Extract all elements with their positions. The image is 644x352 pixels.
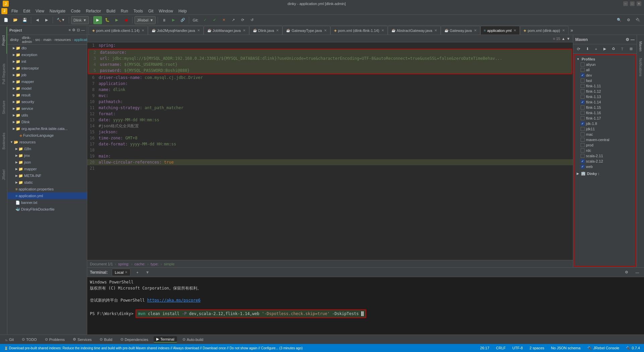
tree-item-mapper-res[interactable]: ▶ 📁 mapper (7, 166, 87, 172)
checkbox-maven-central[interactable] (581, 138, 585, 142)
tree-item-meta-inf[interactable]: ▶ 📁 META-INF (7, 172, 87, 179)
tree-item-app-yml[interactable]: ≡ application.yml (7, 192, 87, 199)
maven-item-flink117[interactable]: flink-1.17 (575, 116, 635, 121)
checkbox-jdk11[interactable] (581, 127, 585, 131)
minimize-button[interactable]: ─ (623, 1, 628, 6)
checkbox-scala212[interactable]: ✓ (581, 159, 585, 163)
debug-btn[interactable]: 🐛 (103, 16, 111, 24)
tree-item-service[interactable]: ▶ 📁 service (7, 105, 87, 112)
checkbox-flink115[interactable] (581, 105, 585, 109)
build-dropdown-btn[interactable]: 🔨▼ (55, 16, 67, 24)
checkbox-fast[interactable] (581, 79, 585, 83)
right-tab-maven[interactable]: Maven (637, 36, 644, 56)
tree-item-job[interactable]: ▶ 📁 job (7, 72, 87, 78)
collapse-all-btn[interactable]: ▲ (561, 37, 565, 41)
left-tab-project[interactable]: Project (0, 27, 7, 54)
tree-item-interceptor[interactable]: ▶ 📁 interceptor (7, 65, 87, 72)
menu-navigate[interactable]: Navigate (47, 8, 68, 14)
checkbox-prod[interactable] (581, 143, 585, 147)
status-line-col[interactable]: 26:17 (479, 346, 491, 350)
tab-gateway[interactable]: ☕ Gateway.java ✕ (441, 26, 480, 35)
close-job2mysql[interactable]: ✕ (197, 29, 200, 32)
jrebel-run-btn[interactable]: ▶ (169, 16, 177, 24)
close-gateway[interactable]: ✕ (474, 29, 477, 32)
terminal-close-icon[interactable]: ✕ (125, 270, 127, 274)
maven-item-jdk18[interactable]: ✓ jdk-1.8 (575, 121, 635, 126)
menu-tools[interactable]: Tools (131, 8, 146, 14)
close-gatewaytype[interactable]: ✕ (324, 29, 327, 32)
status-indexing[interactable]: ⏳ Download pre-built shared indexes: Red… (3, 346, 304, 350)
maven-header-icons[interactable]: ⚙ — (626, 37, 635, 42)
tree-item-init[interactable]: ▶ 📁 init (7, 58, 87, 65)
close-pom-client[interactable]: ✕ (142, 29, 144, 32)
git-sync-btn[interactable]: ⟳ (239, 16, 247, 24)
tree-item-dlink[interactable]: ▶ 📁 Dlink (7, 119, 87, 125)
git-check-btn[interactable]: ✓ (201, 16, 209, 24)
tree-item-i18n[interactable]: ▶ 📁 i18n (7, 145, 87, 152)
menu-code[interactable]: Code (68, 8, 83, 14)
git-tick-btn[interactable]: ✔ (211, 16, 219, 24)
checkbox-aliyun[interactable] (581, 62, 585, 67)
bc-cache[interactable]: cache: (135, 262, 145, 266)
bc-main[interactable]: main (43, 38, 51, 42)
maven-item-prod[interactable]: prod (575, 142, 635, 148)
tab-pom-flink[interactable]: ◈ pom.xml (dlink-flink-1.14) ✕ (330, 26, 388, 35)
bottom-tab-git[interactable]: ⎁ Git (3, 337, 16, 342)
back-btn[interactable]: ◀ (33, 16, 41, 24)
menu-run[interactable]: Run (118, 8, 131, 14)
close-pom-flink[interactable]: ✕ (381, 29, 384, 32)
maven-item-flink113[interactable]: flink-1.13 (575, 94, 635, 99)
bottom-tab-services[interactable]: ⚙ Services (70, 337, 94, 342)
expand-all-btn[interactable]: ▼ (567, 37, 570, 41)
stop-btn[interactable]: ⏹ (122, 16, 130, 24)
tree-item-dockerfile[interactable]: 🐳 DinkyFlinkDockerfile (7, 206, 87, 213)
open-btn[interactable]: 📂 (11, 16, 19, 24)
close-pom-app[interactable]: ✕ (562, 29, 565, 32)
tree-item-flink-table[interactable]: ▶ 📁 org.apache.flink.table.cata... (7, 125, 87, 132)
status-indent[interactable]: 2 spaces (528, 346, 546, 350)
jrebel-remote-btn[interactable]: 🔗 (179, 16, 187, 24)
maven-dinky-section[interactable]: ▶ 🏢 Dinky : (575, 171, 635, 176)
checkbox-flink111[interactable] (581, 84, 585, 88)
bottom-tab-dependencies[interactable]: ⊙ Dependencies (118, 337, 151, 342)
tab-gatewaytype[interactable]: ☕ GatewayType.java ✕ (282, 26, 330, 35)
maven-add-btn[interactable]: + (592, 45, 600, 53)
tab-dlink[interactable]: ☕ Dlink.java ✕ (249, 26, 283, 35)
maven-item-flink114[interactable]: ✓ flink-1.14 (575, 99, 635, 105)
checkbox-web[interactable]: ✓ (581, 165, 585, 169)
tab-pom-app[interactable]: ◈ pom.xml (dlink-app) ✕ (520, 26, 569, 35)
maven-item-scala212[interactable]: ✓ scala-2.12 (575, 159, 635, 164)
bc-simple[interactable]: simple (164, 262, 174, 266)
checkbox-scala211[interactable] (581, 154, 585, 158)
menu-edit[interactable]: Edit (20, 8, 33, 14)
maven-item-aliyun[interactable]: aliyun (575, 62, 635, 67)
terminal-settings-btn[interactable]: ⚙ (623, 268, 631, 276)
project-hide-icon[interactable]: — (81, 28, 85, 32)
left-tab-structure[interactable]: Structure (0, 94, 7, 121)
maven-skip-test-btn[interactable]: T (618, 45, 626, 53)
maven-item-mac[interactable]: mac (575, 132, 635, 137)
menu-git[interactable]: Git (146, 8, 156, 14)
tab-pom-client[interactable]: ◈ pom.xml (dlink-client-1.14) ✕ (89, 26, 148, 35)
terminal-add-tab[interactable]: + (133, 269, 141, 276)
maven-item-flink115[interactable]: flink-1.15 (575, 105, 635, 110)
maven-hide-icon[interactable]: — (631, 37, 635, 42)
maven-item-flink116[interactable]: flink-1.16 (575, 110, 635, 116)
maven-item-fast[interactable]: fast (575, 78, 635, 83)
bc-spring[interactable]: spring: (118, 262, 129, 266)
menu-view[interactable]: View (33, 8, 47, 14)
maven-item-all[interactable]: all (575, 67, 635, 73)
tree-item-json[interactable]: ▶ 📁 json (7, 159, 87, 166)
bc-dlink-admin[interactable]: dlink-admin (22, 36, 32, 44)
tab-abstractgateway[interactable]: ☕ AbstractGateway.java ✕ (388, 26, 441, 35)
bc-src[interactable]: src (35, 38, 40, 42)
settings-btn[interactable]: ⚙ (625, 16, 633, 24)
maven-item-rdc[interactable]: rdc (575, 148, 635, 153)
maven-lifecycle-btn[interactable]: ♻ (609, 45, 618, 53)
checkbox-dev[interactable]: ✓ (581, 73, 585, 77)
new-file-btn[interactable]: 📄 (2, 16, 10, 24)
checkbox-flink114[interactable]: ✓ (581, 100, 585, 104)
status-encoding[interactable]: UTF-8 (511, 346, 524, 350)
bc-type[interactable]: type: (151, 262, 159, 266)
maven-item-flink112[interactable]: flink-1.12 (575, 89, 635, 94)
